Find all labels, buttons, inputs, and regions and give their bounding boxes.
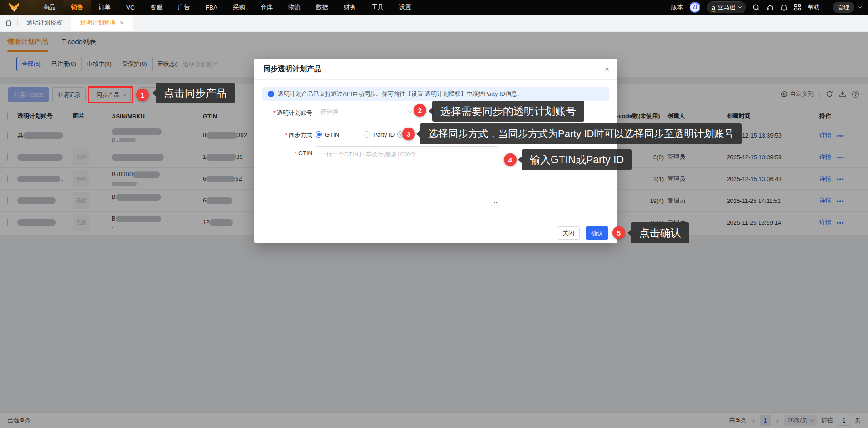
nav-item-service[interactable]: 客服 (143, 0, 170, 15)
chevron-down-icon (408, 109, 411, 113)
highlight-rect-sync-product (88, 86, 133, 103)
tab-transparency-manage[interactable]: 透明计划管理 × (71, 14, 133, 31)
radio-party-id-label: Party ID (373, 131, 395, 138)
nav-item-purchase[interactable]: 采购 (225, 0, 253, 15)
chevron-down-icon (858, 5, 862, 8)
info-banner: i 透明计划产品已支持通过API自动同步。你可前往【设置-透明计划授权】中维护P… (262, 87, 609, 101)
home-icon[interactable] (0, 14, 17, 31)
step-3-badge: 3 (402, 128, 415, 140)
gtin-field-label: *GTIN (254, 150, 312, 157)
step-4-tooltip: 输入GTIN或Party ID (522, 149, 632, 170)
help-link[interactable]: 帮助 (808, 3, 819, 11)
nav-item-vc[interactable]: VC (118, 0, 143, 15)
radio-gtin[interactable] (316, 131, 322, 138)
version-link[interactable]: 版本 (671, 3, 683, 11)
nav-item-fba[interactable]: FBA (198, 0, 225, 15)
marketplace-label: 亚马逊 (718, 3, 735, 11)
method-field-label: *同步方式 (254, 131, 312, 139)
account-field-label: *透明计划账号 (254, 109, 312, 117)
top-navbar: 商品 销售 订单 VC 客服 广告 FBA 采购 仓库 物流 数据 财务 工具 … (0, 0, 868, 15)
navbar-right: 版本 AI a 亚马逊 (671, 1, 868, 13)
nav-item-sales[interactable]: 销售 (63, 0, 91, 15)
main-menu: 商品 销售 订单 VC 客服 广告 FBA 采购 仓库 物流 数据 财务 工具 … (35, 0, 419, 15)
step-5-badge: 5 (612, 226, 625, 239)
info-icon: i (268, 91, 274, 97)
notifications-bell-icon[interactable] (780, 4, 788, 11)
close-icon[interactable]: × (120, 19, 123, 26)
sync-method-radio-group: GTIN Party ID ? (316, 131, 404, 138)
dialog-title: 同步透明计划产品 (263, 64, 321, 74)
app-grid-icon[interactable] (794, 4, 801, 11)
info-banner-text: 透明计划产品已支持通过API自动同步。你可前往【设置-透明计划授权】中维护Par… (278, 90, 523, 98)
nav-item-warehouse[interactable]: 仓库 (253, 0, 281, 15)
brand-logo-icon (6, 1, 22, 13)
confirm-button[interactable]: 确认 (586, 226, 608, 240)
account-menu[interactable]: 管理 (833, 2, 854, 13)
nav-item-finance[interactable]: 财务 (336, 0, 364, 15)
page-tabbar: 透明计划授权 透明计划管理 × (0, 15, 868, 32)
radio-party-id[interactable] (364, 131, 370, 138)
nav-item-data[interactable]: 数据 (308, 0, 336, 15)
step-5-tooltip: 点击确认 (631, 222, 689, 243)
step-4-badge: 4 (504, 153, 517, 166)
nav-item-logistics[interactable]: 物流 (281, 0, 308, 15)
step-3-tooltip: 选择同步方式，当同步方式为Party ID时可以选择同步至透明计划账号 (420, 123, 742, 144)
chevron-down-icon (738, 5, 742, 8)
nav-item-products[interactable]: 商品 (35, 0, 63, 15)
nav-item-orders[interactable]: 订单 (91, 0, 118, 15)
gtin-textarea[interactable] (316, 146, 498, 204)
account-select[interactable]: 请选择 (316, 105, 415, 119)
tab-transparency-auth[interactable]: 透明计划授权 (18, 14, 71, 31)
dialog-header: 同步透明计划产品 × (254, 59, 617, 80)
step-2-tooltip: 选择需要同步的透明计划账号 (432, 101, 584, 122)
radio-gtin-label: GTIN (325, 131, 339, 138)
step-2-badge: 2 (414, 104, 426, 117)
marketplace-switcher[interactable]: a 亚马逊 (707, 1, 746, 13)
customer-support-icon[interactable] (766, 4, 774, 11)
divider (826, 4, 826, 10)
app-window: 商品 销售 订单 VC 客服 广告 FBA 采购 仓库 物流 数据 财务 工具 … (0, 0, 868, 428)
step-1-badge: 1 (136, 89, 149, 101)
nav-item-settings[interactable]: 设置 (391, 0, 419, 15)
nav-item-tools[interactable]: 工具 (364, 0, 391, 15)
select-placeholder: 请选择 (321, 108, 338, 116)
tab-label: 透明计划管理 (80, 19, 116, 27)
amazon-icon: a (712, 5, 715, 10)
cancel-button[interactable]: 关闭 (557, 226, 580, 240)
close-icon[interactable]: × (605, 65, 609, 73)
nav-item-ads[interactable]: 广告 (170, 0, 198, 15)
content-area: 透明计划产品 T-code列表 全部(5) 已注册(0) 审核中(0) 受保护(… (0, 32, 868, 428)
ai-assistant-button[interactable]: AI (690, 2, 700, 13)
step-1-tooltip: 点击同步产品 (156, 83, 235, 103)
search-icon[interactable] (752, 4, 760, 11)
